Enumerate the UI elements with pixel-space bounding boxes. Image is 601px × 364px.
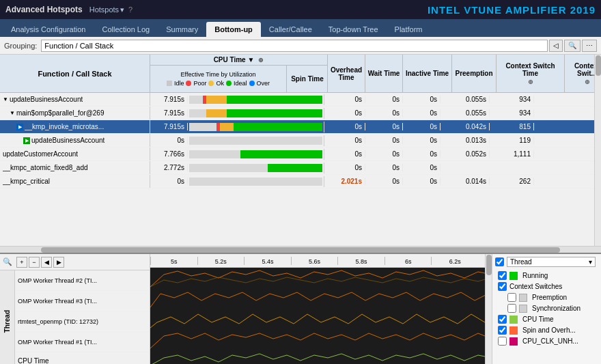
grouping-row: Grouping: ◁ 🔍 ⋯ — [0, 37, 601, 55]
bar-ideal — [240, 150, 322, 158]
thread-track-0[interactable] — [150, 268, 485, 288]
timeline-vscroll[interactable] — [485, 254, 492, 364]
func-cell: ▶__kmp_invoke_microtas... — [0, 120, 150, 133]
context-switches-checkbox[interactable] — [498, 282, 507, 291]
table-hscroll-thumb[interactable] — [41, 247, 560, 253]
tab-bottom-up[interactable]: Bottom-up — [206, 22, 261, 37]
table-row[interactable]: ▼main$omp$parallel_for@269 7.915s 0s 0s … — [0, 107, 594, 120]
bar-ok — [206, 96, 227, 104]
thread-dropdown-row: Thread ▾ — [495, 257, 598, 267]
bar-cell — [188, 94, 324, 105]
tab-caller-callee[interactable]: Caller/Callee — [261, 22, 320, 37]
ruler-tick-3: 5.6s — [291, 257, 338, 265]
wait-cell: 0s — [403, 164, 441, 171]
grouping-more-btn[interactable]: ⋯ — [582, 40, 597, 52]
timeline-vscroll-thumb[interactable] — [486, 255, 492, 275]
thread-dropdown[interactable]: Thread ▾ — [507, 257, 596, 267]
data-rows: ▼updateBusinessAccount 7.915s 0s 0s 0s 0… — [0, 93, 594, 246]
wait-cell: 0s — [403, 137, 441, 144]
tab-collection-log[interactable]: Collection Log — [94, 22, 158, 37]
grouping-input[interactable] — [41, 40, 548, 52]
running-checkbox[interactable] — [498, 271, 507, 280]
thread-vertical-label: Thread — [0, 270, 15, 364]
spin-cell: 0s — [324, 96, 365, 103]
spin-cell: 0s — [324, 137, 365, 144]
pan-right-btn[interactable]: ▶ — [53, 257, 64, 268]
spin-cell: 0s — [324, 123, 365, 130]
bar-cell — [188, 176, 324, 187]
svg-rect-2 — [150, 309, 485, 329]
tab-summary[interactable]: Summary — [158, 22, 206, 37]
thread-name-3: OMP Worker Thread #1 (TI... — [15, 332, 150, 352]
spin-cell: 0s — [324, 150, 365, 158]
help-icon[interactable]: ? — [128, 5, 132, 14]
col-header-overhead: Overhead Time — [328, 55, 365, 92]
inactive-cell: 0.013s — [441, 137, 490, 144]
zoom-out-btn[interactable]: − — [29, 257, 40, 268]
func-cell: __kmpc_critical — [0, 175, 150, 188]
zoom-in-btn[interactable]: + — [16, 257, 27, 268]
grouping-label: Grouping: — [4, 42, 37, 50]
legend-spin-overhead[interactable]: Spin and Overh... — [495, 326, 598, 335]
ruler-tick-0: 5s — [150, 257, 197, 265]
legend-preemption[interactable]: Preemption — [495, 293, 598, 302]
spin-checkbox[interactable] — [498, 326, 507, 335]
table-vscroll-thumb[interactable] — [596, 55, 601, 76]
ruler-tick-1: 5.2s — [197, 257, 244, 265]
grouping-back-btn[interactable]: ◁ — [549, 40, 563, 52]
timeline-tracks[interactable] — [150, 268, 485, 364]
table-vscroll[interactable] — [594, 55, 601, 246]
tab-analysis-config[interactable]: Analysis Configuration — [3, 22, 94, 37]
ruler-tick-2: 5.4s — [244, 257, 291, 265]
table-row[interactable]: __kmpc_atomic_fixed8_add 2.772s 0s 0s 0s — [0, 161, 594, 175]
thread-checkbox[interactable] — [495, 257, 504, 266]
legend-cpu-clk[interactable]: CPU_CLK_UNH... — [495, 337, 598, 346]
legend-synchronization[interactable]: Synchronization — [495, 304, 598, 313]
col-header-effective: Effective Time by Utilization Idle Poor … — [150, 66, 287, 92]
table-row[interactable]: ▼updateBusinessAccount 7.915s 0s 0s 0s 0… — [0, 93, 594, 107]
thread-track-2[interactable] — [150, 309, 485, 329]
timeline-toolbar: 🔍 + − ◀ ▶ — [0, 254, 150, 270]
bar-cell — [188, 135, 324, 146]
preemption-cell: 934 — [490, 109, 534, 117]
grouping-search-btn[interactable]: 🔍 — [564, 40, 581, 52]
table-hscroll[interactable] — [0, 246, 601, 253]
cpu-time-track[interactable] — [150, 350, 485, 364]
preemption-checkbox[interactable] — [507, 293, 516, 302]
inactive-cell: 0.052s — [441, 150, 490, 158]
legend-running[interactable]: Running — [495, 271, 598, 280]
func-cell: updateCustomerAccount — [0, 148, 150, 160]
thread-track-1[interactable] — [150, 288, 485, 309]
pan-left-btn[interactable]: ◀ — [41, 257, 52, 268]
inactive-cell: 0.014s — [441, 178, 490, 185]
bar-ok — [220, 123, 234, 131]
table-row[interactable]: updateCustomerAccount 7.766s 0s 0s 0s 0.… — [0, 148, 594, 161]
bar-idle — [189, 150, 240, 158]
thread-track-3[interactable] — [150, 329, 485, 350]
bar-cell — [188, 122, 324, 132]
col-header-inactive: Inactive Time — [403, 55, 452, 92]
sync-checkbox[interactable] — [507, 304, 516, 313]
legend-cpu-time[interactable]: CPU Time — [495, 315, 598, 324]
tab-platform[interactable]: Platform — [387, 22, 431, 37]
bar-ideal — [227, 96, 322, 104]
collapse-toggle[interactable]: ▼ — [10, 110, 15, 116]
col-header-context2: Context Swit... ⊕ — [565, 55, 594, 92]
bar-idle — [189, 164, 268, 172]
bar-idle — [189, 96, 203, 104]
table-row[interactable]: ▶updateBusinessAccount 0s 0s 0s 0s 0.013… — [0, 134, 594, 148]
table-row[interactable]: ▶__kmp_invoke_microtas... 7.915s 0s 0s 0… — [0, 120, 594, 134]
intel-logo: INTEL VTUNE AMPLIFIER 2019 — [428, 4, 596, 16]
cpu-clk-color — [509, 337, 518, 346]
bar-idle — [189, 178, 322, 186]
col-header-cpu-time: CPU Time ▼ ⊕ Effective Time by Utilizati… — [150, 55, 328, 92]
table-row[interactable]: __kmpc_critical 0s 2.021s 0s 0s 0.014s 2… — [0, 175, 594, 188]
overhead-cell: 0s — [365, 164, 403, 171]
collapse-toggle[interactable]: ▼ — [3, 96, 8, 102]
preemption-cell: 934 — [490, 96, 534, 103]
cpu-clk-checkbox[interactable] — [498, 337, 507, 346]
legend-context-switches[interactable]: Context Switches — [495, 282, 598, 291]
cpu-time-checkbox[interactable] — [498, 315, 507, 324]
tab-top-down-tree[interactable]: Top-down Tree — [320, 22, 387, 37]
hotspots-menu[interactable]: Hotspots ▾ — [89, 5, 124, 14]
